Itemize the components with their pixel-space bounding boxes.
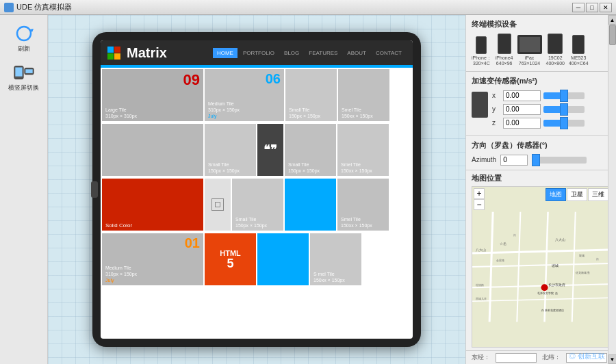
device-tablet2[interactable]: 19C02400×800: [546, 34, 565, 67]
accel-input-x[interactable]: [503, 90, 541, 101]
map-tab-satellite[interactable]: 卫星: [567, 188, 587, 201]
tile-small5: Smel Tile150xx × 150px: [337, 124, 389, 176]
refresh-icon: [14, 24, 34, 43]
toolbar: 刷新 横竖屏切换: [0, 15, 48, 364]
svg-text:☆岳: ☆岳: [500, 242, 506, 246]
html5-number: 5: [227, 257, 233, 270]
maximize-button[interactable]: □: [586, 3, 598, 12]
svg-text:路: 路: [513, 233, 516, 237]
refresh-label: 刷新: [18, 44, 30, 53]
direction-row: Azimuth: [472, 155, 611, 166]
nav-about[interactable]: ABOUT: [343, 48, 370, 58]
site-header: Matrix HOME PORTFOLIO BLOG FEATURES ABOU…: [101, 40, 413, 65]
map-section: 地图位置 地图 卫星 三维 + −: [466, 170, 616, 350]
title-bar-left: UDE 仿真模拟器: [4, 2, 72, 12]
device-ipad-label: iPac763×1024: [519, 55, 540, 67]
tile-blue-tall: [257, 233, 309, 285]
direction-section: 方向（罗盘）传感器(°) Azimuth: [466, 136, 616, 170]
switch-icon: [14, 63, 34, 82]
device-section-title: 终端模拟设备: [472, 19, 611, 29]
tile-small1: Small Tile150px × 150px: [285, 69, 337, 121]
accel-slider-x[interactable]: [543, 92, 585, 99]
scroll-thumb[interactable]: [609, 25, 616, 45]
tile-label-small6: Small Tile150px × 150px: [235, 216, 267, 229]
scroll-down-button[interactable]: ▼: [608, 354, 617, 364]
accel-row-y: y: [492, 104, 585, 115]
device-me523[interactable]: ME523400×C64: [569, 35, 589, 67]
device-iphone4[interactable]: iPhone4640×96: [496, 34, 513, 67]
title-bar-controls[interactable]: ─ □ ✕: [572, 3, 612, 12]
accel-device-icon: [472, 92, 488, 118]
tile-icon: [205, 179, 231, 231]
svg-point-18: [541, 284, 548, 291]
accel-slider-y[interactable]: [543, 106, 585, 113]
latitude-label: 北纬：: [542, 353, 561, 362]
tile-small8: S mel Tile150xx × 150px: [310, 233, 361, 285]
svg-text:白 茉莉花度假酒店: 白 茉莉花度假酒店: [541, 309, 564, 312]
accel-input-z[interactable]: [503, 118, 541, 129]
box-icon: [211, 198, 224, 211]
svg-text:毛泽东文学院 血: 毛泽东文学院 血: [537, 291, 557, 295]
app-title: UDE 仿真模拟器: [16, 2, 72, 12]
accel-input-y[interactable]: [503, 104, 541, 115]
scroll-track: [608, 25, 616, 354]
refresh-button[interactable]: 刷新: [5, 21, 42, 57]
tile-html5: HTML 5: [205, 233, 256, 285]
minimize-button[interactable]: ─: [572, 3, 585, 12]
tile-small3: Small Tile150px × 150px: [205, 124, 256, 176]
tile-small7: Smel Tile150xx × 150px: [337, 179, 389, 231]
home-button[interactable]: [91, 181, 98, 198]
site-title: Matrix: [127, 45, 167, 61]
tile-label-small4: Small Tile150px × 150px: [288, 161, 320, 174]
map-title: 地图位置: [472, 173, 611, 183]
svg-text:坡城: 坡城: [578, 254, 585, 257]
scroll-up-button[interactable]: ▲: [608, 15, 617, 25]
map-tab-map[interactable]: 地图: [546, 188, 566, 201]
nav-blog[interactable]: BLOG: [280, 48, 303, 58]
tile-label-small8: S mel Tile150xx × 150px: [313, 271, 345, 283]
windows-logo-icon: [107, 47, 121, 60]
azimuth-input[interactable]: [500, 155, 528, 166]
accel-slider-z[interactable]: [543, 120, 585, 127]
scrollbar: ▲ ▼: [608, 15, 616, 364]
quote-icon: ❝❞: [264, 142, 277, 157]
switch-button[interactable]: 横竖屏切换: [5, 60, 42, 96]
longitude-input[interactable]: [496, 353, 537, 363]
tile-label-medium1: Medium Tile310px × 150pxJuly: [208, 101, 240, 119]
device-iphone[interactable]: iPhone：320×4C: [472, 36, 491, 67]
svg-rect-4: [25, 69, 32, 73]
me523-icon: [572, 35, 585, 54]
map-container: 地图 卫星 三维 + −: [472, 186, 611, 348]
longitude-label: 东经：: [472, 353, 490, 362]
zoom-in-button[interactable]: +: [474, 188, 485, 199]
tile-blue: [285, 179, 336, 231]
azimuth-label: Azimuth: [472, 156, 496, 164]
nav-contact[interactable]: CONTACT: [372, 48, 406, 58]
close-button[interactable]: ✕: [600, 3, 612, 12]
zoom-out-button[interactable]: −: [474, 199, 485, 210]
azimuth-slider[interactable]: [532, 157, 587, 164]
tablet-device: Matrix HOME PORTFOLIO BLOG FEATURES ABOU…: [92, 32, 421, 347]
tile-label-small5: Smel Tile150xx × 150px: [341, 161, 372, 174]
tile-small6: Small Tile150px × 150px: [232, 179, 283, 231]
device-ipad[interactable]: iPac763×1024: [517, 35, 542, 67]
tile-label-small2: Smel Tile150xx × 150px: [342, 107, 373, 119]
map-tab-3d[interactable]: 三维: [588, 188, 608, 201]
device-iphone-label: iPhone：320×4C: [472, 55, 491, 67]
ipad-icon: [517, 35, 542, 54]
nav-home[interactable]: HOME: [213, 48, 238, 58]
svg-text:杜陵路: 杜陵路: [476, 283, 484, 287]
tile-medium2: 01 Medium Tile310px × 150pxJuly: [102, 233, 203, 285]
nav-portfolio[interactable]: PORTFOLIO: [239, 48, 279, 58]
svg-text:路: 路: [596, 257, 599, 261]
site-nav: HOME PORTFOLIO BLOG FEATURES ABOUT CONTA…: [213, 48, 406, 58]
iphone-icon: [476, 36, 487, 54]
accel-row-x: x: [492, 90, 585, 101]
canvas-area: Matrix HOME PORTFOLIO BLOG FEATURES ABOU…: [48, 15, 465, 364]
iphone4-icon: [498, 34, 511, 54]
tile-number-medium1: 06: [266, 71, 281, 87]
tile-grid: 09 Large Tile310px × 310px 06 Medium Til…: [101, 68, 413, 285]
nav-features[interactable]: FEATURES: [305, 48, 342, 58]
svg-text:金星路: 金星路: [496, 259, 504, 262]
accel-inputs: x y z: [492, 90, 585, 131]
